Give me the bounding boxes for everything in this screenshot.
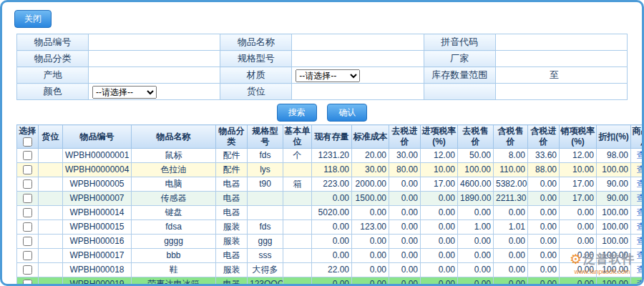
cell: 30.00 <box>352 162 389 177</box>
table-row: WPBH000018鞋服装大得多22.000.000.000.000.000.0… <box>17 262 643 277</box>
info-cell: 查看 <box>631 248 643 262</box>
table-row: WPBH00000004色拉油配件lys118.0030.0080.0010.0… <box>17 162 643 177</box>
cell: 0.00 <box>458 262 494 277</box>
cell: 0.00 <box>494 205 528 220</box>
cell: 2000.00 <box>352 177 389 191</box>
cell: 0.00 <box>494 277 528 286</box>
stock-range-to-input[interactable] <box>559 69 583 81</box>
cell: 12.00 <box>421 148 458 162</box>
cell <box>283 248 312 262</box>
view-link[interactable]: 查看 <box>637 164 643 174</box>
spec-model-label: 规格型号 <box>220 51 292 67</box>
cell: 0.00 <box>389 220 421 234</box>
cell: 0.00 <box>312 234 352 248</box>
row-checkbox[interactable] <box>23 151 32 160</box>
view-link[interactable]: 查看 <box>637 222 643 232</box>
pinyin-code-label: 拼音代码 <box>424 34 495 51</box>
cell: 配件 <box>216 148 248 162</box>
row-checkbox[interactable] <box>23 237 32 246</box>
select-all-checkbox[interactable] <box>23 137 32 147</box>
cell: 服装 <box>216 262 248 277</box>
cell: 大得多 <box>248 262 283 277</box>
item-category-label: 物品分类 <box>17 51 89 67</box>
info-cell: 查看 <box>631 191 643 205</box>
item-category-input[interactable] <box>91 54 215 65</box>
cell: 5020.00 <box>312 205 352 220</box>
select-cell <box>17 277 39 286</box>
row-checkbox[interactable] <box>23 179 32 189</box>
table-header-row: 选择货位物品编号物品名称物品分类规格型号基本单位现有存量标准成本去税进价进项税率… <box>17 125 643 149</box>
select-cell <box>17 191 39 205</box>
pinyin-code-input[interactable] <box>498 37 623 49</box>
view-link[interactable]: 查看 <box>637 250 643 260</box>
cell: 33.60 <box>528 148 560 162</box>
view-link[interactable]: 查看 <box>637 265 643 275</box>
item-name-label: 物品名称 <box>220 34 292 51</box>
stock-range-from-input[interactable] <box>498 69 522 81</box>
form-actions: 搜索 确认 <box>2 104 642 122</box>
view-link[interactable]: 查看 <box>637 179 643 189</box>
row-checkbox[interactable] <box>23 208 32 217</box>
cell: 0.00 <box>560 220 597 234</box>
cell: 电器 <box>216 248 248 262</box>
cell: 0.00 <box>389 262 421 277</box>
location-input[interactable] <box>294 87 419 98</box>
row-checkbox[interactable] <box>23 265 32 275</box>
row-checkbox[interactable] <box>23 251 32 260</box>
cell: 0.00 <box>389 191 421 205</box>
col-header: 选择 <box>17 125 39 149</box>
col-header: 去税进价 <box>389 125 421 149</box>
origin-input[interactable] <box>91 70 215 82</box>
cell: fdsa <box>132 220 216 234</box>
cell: 2211.30 <box>494 191 528 205</box>
cell: 100.00 <box>597 277 631 286</box>
view-link[interactable]: 查看 <box>637 207 643 217</box>
row-checkbox[interactable] <box>23 222 32 232</box>
location-label: 货位 <box>220 84 292 100</box>
item-name-input[interactable] <box>294 37 419 49</box>
view-link[interactable]: 查看 <box>637 236 643 246</box>
row-checkbox[interactable] <box>23 165 32 174</box>
cell: 100.00 <box>597 262 631 277</box>
cell <box>39 234 63 248</box>
cell: 电器 <box>216 205 248 220</box>
row-checkbox[interactable] <box>23 194 32 203</box>
cell: 4600.00 <box>458 177 494 191</box>
col-header: 物品编号 <box>63 125 132 149</box>
cell: 0.00 <box>458 248 494 262</box>
info-cell: 查看 <box>631 205 643 220</box>
cell: 1500.00 <box>352 191 389 205</box>
search-button[interactable]: 搜索 <box>277 104 317 122</box>
cell: 0.00 <box>494 262 528 277</box>
item-code-input[interactable] <box>91 37 215 49</box>
info-cell: 查看 <box>631 234 643 248</box>
spec-model-input[interactable] <box>294 54 419 65</box>
cell: 1231.20 <box>312 148 352 162</box>
manufacturer-input[interactable] <box>498 54 623 65</box>
cell: 98.00 <box>597 148 631 162</box>
cell: 12.00 <box>560 148 597 162</box>
material-select[interactable]: --请选择-- <box>296 69 360 82</box>
col-header: 去税售价 <box>458 125 494 149</box>
cell: 50.00 <box>458 148 494 162</box>
cell: 0.00 <box>528 220 560 234</box>
stock-range-to-label: 至 <box>550 69 559 82</box>
cell: 0.00 <box>421 248 458 262</box>
table-row: WPBH000014键盘电器5020.000.000.000.000.000.0… <box>17 205 643 220</box>
color-select[interactable]: --请选择-- <box>92 86 157 99</box>
view-link[interactable]: 查看 <box>637 193 643 203</box>
confirm-button[interactable]: 确认 <box>327 104 367 122</box>
select-cell <box>17 162 39 177</box>
cell <box>39 177 63 191</box>
info-cell: 查看 <box>631 220 643 234</box>
close-button[interactable]: 关闭 <box>14 10 52 28</box>
view-link[interactable]: 查看 <box>637 279 643 286</box>
cell: 电器 <box>216 277 248 286</box>
cell: 0.00 <box>560 234 597 248</box>
select-cell <box>17 248 39 262</box>
view-link[interactable]: 查看 <box>637 150 643 160</box>
row-checkbox[interactable] <box>23 280 32 286</box>
cell: bbb <box>132 248 216 262</box>
cell: 0.00 <box>560 205 597 220</box>
select-cell <box>17 262 39 277</box>
